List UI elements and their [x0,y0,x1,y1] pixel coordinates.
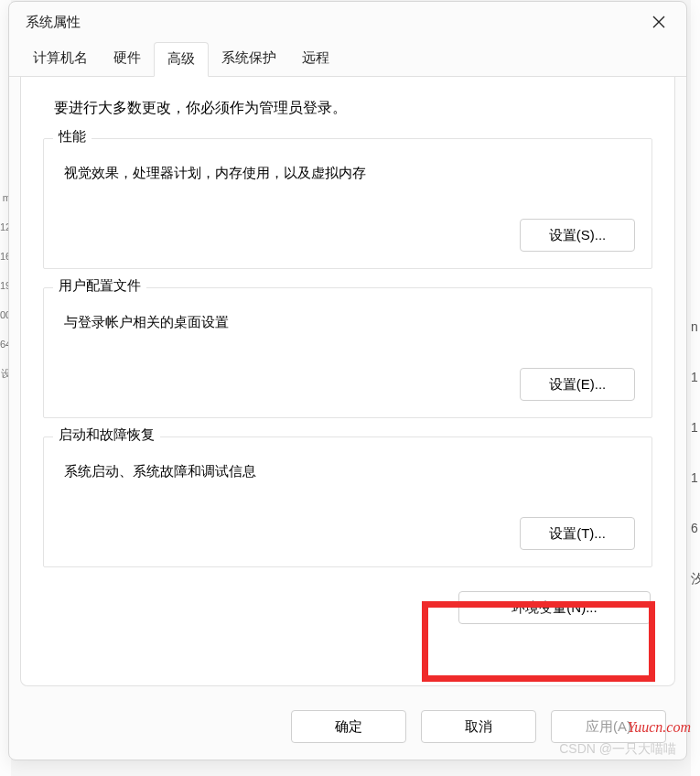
group-performance-title: 性能 [53,128,92,146]
group-performance-desc: 视觉效果，处理器计划，内存使用，以及虚拟内存 [64,165,635,182]
tab-advanced[interactable]: 高级 [154,42,209,77]
window-title: 系统属性 [26,14,81,31]
ok-button[interactable]: 确定 [291,710,406,743]
tab-system-protection[interactable]: 系统保护 [209,42,289,76]
group-userprofile: 用户配置文件 与登录帐户相关的桌面设置 设置(E)... [43,287,652,418]
userprofile-settings-button[interactable]: 设置(E)... [520,368,635,401]
group-startup: 启动和故障恢复 系统启动、系统故障和调试信息 设置(T)... [43,436,652,567]
tab-row: 计算机名 硬件 高级 系统保护 远程 [9,42,686,77]
startup-settings-button[interactable]: 设置(T)... [520,517,635,550]
group-startup-title: 启动和故障恢复 [53,426,160,444]
group-userprofile-title: 用户配置文件 [53,277,146,295]
dialog-footer: 确定 取消 应用(A) [9,697,686,760]
admin-notice: 要进行大多数更改，你必须作为管理员登录。 [54,99,652,118]
group-performance: 性能 视觉效果，处理器计划，内存使用，以及虚拟内存 设置(S)... [43,138,652,269]
tab-content-advanced: 要进行大多数更改，你必须作为管理员登录。 性能 视觉效果，处理器计划，内存使用，… [20,77,675,686]
cancel-button[interactable]: 取消 [421,710,536,743]
environment-variables-button[interactable]: 环境变量(N)... [458,591,651,624]
group-userprofile-desc: 与登录帐户相关的桌面设置 [64,314,635,331]
tab-computer-name[interactable]: 计算机名 [20,42,101,76]
titlebar: 系统属性 [9,2,686,42]
close-button[interactable] [639,5,679,38]
performance-settings-button[interactable]: 设置(S)... [520,219,635,252]
tab-hardware[interactable]: 硬件 [101,42,154,76]
tab-remote[interactable]: 远程 [289,42,342,76]
backdrop-right: n 1 1 1 6 汐 [691,0,700,776]
close-icon [652,16,665,28]
apply-button[interactable]: 应用(A) [551,710,666,743]
system-properties-dialog: 系统属性 计算机名 硬件 高级 系统保护 远程 要进行大多数更改，你必须作为管理… [8,1,687,760]
group-startup-desc: 系统启动、系统故障和调试信息 [64,463,635,480]
